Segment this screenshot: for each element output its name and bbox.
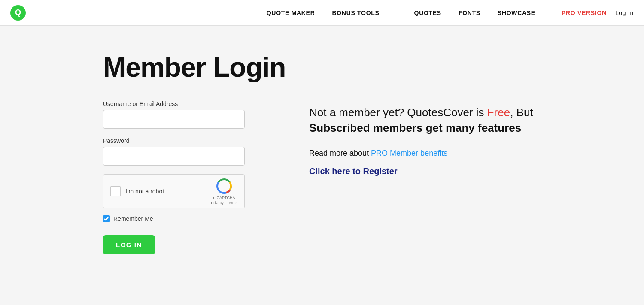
- recaptcha-checkbox[interactable]: [110, 186, 121, 196]
- username-label: Username or Email Address: [103, 100, 258, 107]
- recaptcha-brand: reCAPTCHA: [213, 196, 235, 200]
- register-link[interactable]: Click here to Register: [309, 166, 541, 176]
- nav-right: QUOTES FONTS SHOWCASE: [414, 9, 553, 16]
- recaptcha-widget[interactable]: I'm not a robot reCAPTCHA Privacy - Term…: [103, 174, 245, 208]
- password-group: Password ⋮: [103, 137, 258, 166]
- nav-pro-version[interactable]: PRO VERSION: [562, 9, 607, 16]
- info-headline-part1: Not a member yet? QuotesCover is: [309, 106, 487, 119]
- info-headline: Not a member yet? QuotesCover is Free, B…: [309, 105, 541, 136]
- info-free-text: Free: [487, 106, 510, 119]
- remember-me-group: Remember Me: [103, 215, 258, 222]
- remember-me-checkbox[interactable]: [103, 215, 110, 222]
- recaptcha-label: I'm not a robot: [126, 188, 206, 195]
- info-panel: Not a member yet? QuotesCover is Free, B…: [309, 100, 541, 176]
- page-title: Member Login: [103, 51, 541, 83]
- nav-left: QUOTE MAKER BONUS TOOLS: [267, 9, 397, 16]
- password-label: Password: [103, 137, 258, 144]
- recaptcha-links: Privacy - Terms: [211, 201, 237, 205]
- recaptcha-privacy-link[interactable]: Privacy: [211, 201, 224, 205]
- remember-me-label: Remember Me: [113, 215, 153, 222]
- password-input[interactable]: [103, 147, 245, 166]
- username-group: Username or Email Address ⋮: [103, 100, 258, 129]
- password-input-wrapper: ⋮: [103, 147, 245, 166]
- logo-icon: Q: [10, 5, 26, 21]
- info-sub-text: Read more about: [309, 149, 371, 157]
- nav-bonus-tools[interactable]: BONUS TOOLS: [332, 9, 379, 16]
- recaptcha-terms-link[interactable]: Terms: [227, 201, 238, 205]
- username-icon: ⋮: [234, 115, 240, 124]
- info-bold-text: Subscribed members get many features: [309, 121, 521, 134]
- recaptcha-logo: reCAPTCHA Privacy - Terms: [211, 178, 237, 205]
- nav-showcase[interactable]: SHOWCASE: [498, 9, 535, 16]
- nav-fonts[interactable]: FONTS: [459, 9, 480, 16]
- nav-quotes[interactable]: QUOTES: [414, 9, 441, 16]
- content-grid: Username or Email Address ⋮ Password ⋮ I…: [103, 100, 541, 254]
- login-button[interactable]: LOG IN: [103, 235, 155, 254]
- username-input[interactable]: [103, 110, 245, 129]
- info-headline-part2: , But: [510, 106, 533, 119]
- nav-login[interactable]: Log In: [615, 9, 634, 16]
- username-input-wrapper: ⋮: [103, 110, 245, 129]
- login-form: Username or Email Address ⋮ Password ⋮ I…: [103, 100, 258, 254]
- logo[interactable]: Q: [10, 5, 26, 21]
- nav-quote-maker[interactable]: QUOTE MAKER: [267, 9, 315, 16]
- pro-member-benefits-link[interactable]: PRO Member benefits: [371, 149, 447, 157]
- header: Q QUOTE MAKER BONUS TOOLS QUOTES FONTS S…: [0, 0, 644, 26]
- recaptcha-spinner-icon: [216, 178, 233, 195]
- main-content: Member Login Username or Email Address ⋮…: [0, 26, 644, 280]
- info-sub: Read more about PRO Member benefits: [309, 149, 541, 158]
- password-icon: ⋮: [234, 152, 240, 160]
